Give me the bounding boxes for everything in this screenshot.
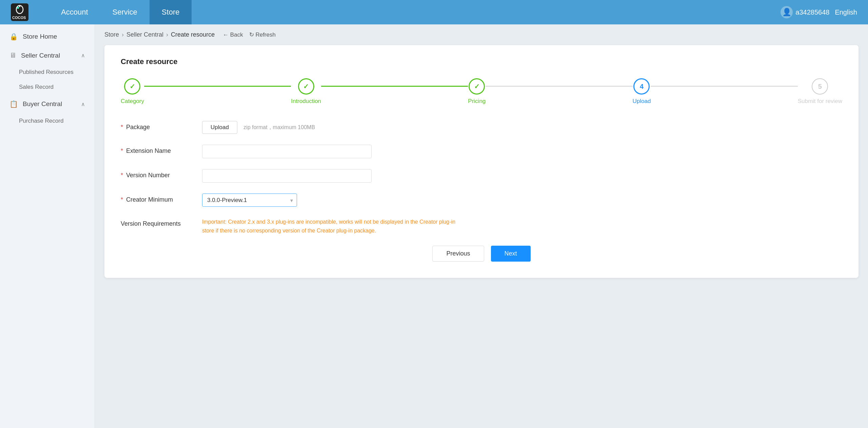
step-label-introduction: Introduction — [291, 98, 321, 105]
seller-central-icon: 🖥 — [9, 52, 16, 59]
step-label-category: Category — [121, 98, 144, 105]
breadcrumb-actions: ← Back ↻ Refresh — [223, 31, 276, 38]
upload-form: * Package Upload zip format，maximum 100M… — [121, 121, 842, 262]
step-category: ✓ Category — [121, 78, 144, 105]
previous-button[interactable]: Previous — [432, 246, 484, 262]
step-submit-review: 5 Submit for review — [798, 78, 842, 105]
step-circle-submit: 5 — [812, 78, 828, 95]
step-circle-upload: 4 — [633, 78, 650, 95]
package-label: * Package — [121, 121, 195, 131]
creator-minimum-control: 3.0.0-Preview.1 2.4.x 2.3.x 2.2.x ▾ — [202, 193, 842, 207]
sidebar-item-buyer-central[interactable]: 📋 Buyer Central ∧ — [0, 95, 95, 114]
step-label-submit: Submit for review — [798, 98, 842, 105]
step-line-3 — [486, 86, 632, 87]
step-line-1 — [144, 86, 291, 87]
sidebar: 🔒 Store Home 🖥 Seller Central ∧ Publishe… — [0, 24, 95, 428]
upload-hint: zip format，maximum 100MB — [243, 124, 315, 131]
extension-name-input[interactable] — [202, 145, 372, 158]
chevron-up-icon: ∧ — [81, 52, 85, 59]
step-line-4 — [651, 86, 797, 87]
logo[interactable]: COCOS — [11, 3, 28, 21]
nav-item-service[interactable]: Service — [100, 0, 150, 24]
step-introduction: ✓ Introduction — [291, 78, 321, 105]
sidebar-buyer-central-label: Buyer Central — [23, 100, 62, 108]
breadcrumb-seller-central[interactable]: Seller Central — [126, 31, 163, 38]
sidebar-item-seller-central[interactable]: 🖥 Seller Central ∧ — [0, 46, 95, 65]
nav-right: 👤 a34285648 English — [781, 6, 857, 18]
breadcrumb-store[interactable]: Store — [104, 31, 119, 38]
required-star-creator: * — [121, 196, 123, 203]
step-label-pricing: Pricing — [468, 98, 486, 105]
sidebar-item-sales-record[interactable]: Sales Record — [0, 80, 95, 95]
required-star-package: * — [121, 124, 123, 130]
stepper: ✓ Category ✓ Introduction ✓ Pricing 4 Up… — [121, 78, 842, 105]
extension-name-label: * Extension Name — [121, 145, 195, 155]
creator-minimum-select[interactable]: 3.0.0-Preview.1 2.4.x 2.3.x 2.2.x — [202, 193, 297, 207]
step-circle-pricing: ✓ — [469, 78, 485, 95]
form-row-package: * Package Upload zip format，maximum 100M… — [121, 121, 842, 134]
store-home-icon: 🔒 — [9, 33, 18, 41]
form-row-extension-name: * Extension Name — [121, 145, 842, 158]
back-button[interactable]: ← Back — [223, 32, 243, 38]
version-requirements-warning: Important: Creator 2.x and 3.x plug-ins … — [202, 218, 467, 235]
version-number-label: * Version Number — [121, 169, 195, 179]
user-avatar-icon: 👤 — [781, 6, 793, 18]
chevron-up-icon-2: ∧ — [81, 101, 85, 107]
language-selector[interactable]: English — [835, 8, 857, 16]
nav-links: Account Service Store — [49, 0, 781, 24]
form-row-version-number: * Version Number — [121, 169, 842, 183]
create-resource-card: Create resource ✓ Category ✓ Introductio… — [104, 45, 859, 278]
username-label: a34285648 — [795, 8, 829, 16]
step-line-2 — [321, 86, 468, 87]
svg-point-3 — [19, 6, 20, 7]
breadcrumb-sep-2: › — [166, 31, 168, 38]
next-button[interactable]: Next — [491, 246, 531, 262]
upload-button[interactable]: Upload — [202, 121, 237, 134]
nav-item-store[interactable]: Store — [150, 0, 192, 24]
user-badge[interactable]: 👤 a34285648 — [781, 6, 829, 18]
required-star-extension: * — [121, 147, 123, 154]
top-navigation: COCOS Account Service Store 👤 a34285648 … — [0, 0, 868, 24]
breadcrumb: Store › Seller Central › Create resource… — [104, 31, 859, 38]
breadcrumb-sep-1: › — [122, 31, 124, 38]
package-control: Upload zip format，maximum 100MB — [202, 121, 842, 134]
sidebar-item-published-resources[interactable]: Published Resources — [0, 65, 95, 80]
form-row-version-requirements: Version Requirements Important: Creator … — [121, 218, 842, 235]
extension-name-control — [202, 145, 842, 158]
step-circle-introduction: ✓ — [298, 78, 314, 95]
content-area: Store › Seller Central › Create resource… — [95, 24, 868, 428]
refresh-button[interactable]: ↻ Refresh — [249, 31, 276, 38]
form-row-creator-minimum: * Creator Minimum 3.0.0-Preview.1 2.4.x … — [121, 193, 842, 207]
version-number-input[interactable] — [202, 169, 372, 183]
sidebar-item-purchase-record[interactable]: Purchase Record — [0, 114, 95, 128]
version-requirements-label: Version Requirements — [121, 218, 195, 227]
sidebar-seller-central-label: Seller Central — [21, 52, 60, 59]
creator-minimum-label: * Creator Minimum — [121, 193, 195, 203]
card-title: Create resource — [121, 57, 842, 66]
step-label-upload: Upload — [633, 98, 651, 105]
sidebar-item-store-home[interactable]: 🔒 Store Home — [0, 27, 95, 46]
breadcrumb-create-resource: Create resource — [171, 31, 215, 38]
sidebar-store-home-label: Store Home — [23, 33, 57, 40]
creator-min-select-wrapper: 3.0.0-Preview.1 2.4.x 2.3.x 2.2.x ▾ — [202, 193, 297, 207]
svg-point-2 — [17, 7, 19, 9]
main-layout: 🔒 Store Home 🖥 Seller Central ∧ Publishe… — [0, 24, 868, 428]
version-requirements-control: Important: Creator 2.x and 3.x plug-ins … — [202, 218, 842, 235]
svg-text:COCOS: COCOS — [12, 16, 26, 20]
form-footer: Previous Next — [121, 246, 842, 262]
required-star-version: * — [121, 172, 123, 179]
version-number-control — [202, 169, 842, 183]
step-upload: 4 Upload — [633, 78, 651, 105]
buyer-central-icon: 📋 — [9, 100, 18, 108]
step-pricing: ✓ Pricing — [468, 78, 486, 105]
step-circle-category: ✓ — [124, 78, 140, 95]
nav-item-account[interactable]: Account — [49, 0, 100, 24]
